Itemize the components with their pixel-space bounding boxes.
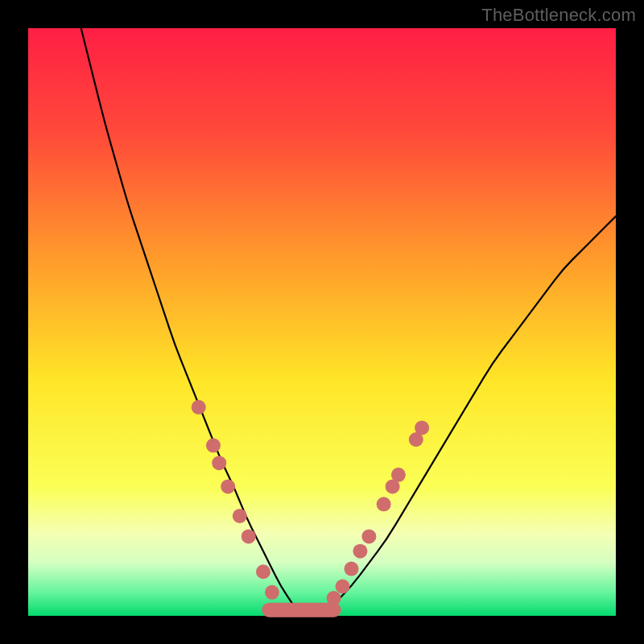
- marker-point: [327, 591, 341, 605]
- marker-point: [233, 509, 247, 523]
- attribution-label: TheBottleneck.com: [481, 5, 636, 26]
- marker-point: [265, 585, 279, 600]
- bottleneck-chart: [0, 0, 644, 644]
- marker-point: [377, 497, 391, 511]
- marker-point: [391, 468, 406, 482]
- marker-point: [415, 420, 429, 435]
- marker-point: [353, 544, 367, 559]
- chart-frame: TheBottleneck.com: [0, 0, 644, 644]
- marker-point: [192, 400, 206, 415]
- marker-point: [206, 438, 221, 452]
- marker-point: [336, 580, 350, 594]
- marker-point: [221, 479, 235, 493]
- marker-point: [242, 529, 256, 543]
- marker-point: [212, 456, 226, 470]
- marker-point: [256, 564, 270, 579]
- plot-background: [28, 28, 616, 616]
- marker-point: [361, 529, 376, 543]
- marker-point: [345, 562, 359, 576]
